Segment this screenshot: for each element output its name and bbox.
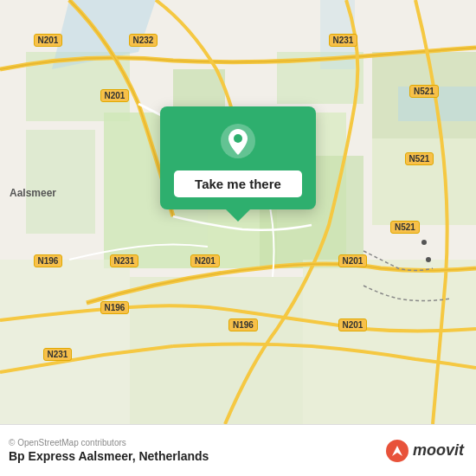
svg-rect-7 [372,138,476,225]
bottom-bar: © OpenStreetMap contributors Bp Express … [0,424,476,476]
popup-card: Take me there [160,106,316,209]
road-badge-n231-mid: N231 [110,254,139,267]
svg-rect-16 [303,260,476,424]
svg-rect-15 [130,277,303,424]
map-view: N201 N232 N231 N521 N521 N521 N201 N196 … [0,0,476,424]
road-badge-n231-bot: N231 [43,348,73,361]
road-badge-n521-1: N521 [409,85,439,98]
road-badge-n196-3: N196 [228,318,258,331]
location-pin-icon [219,122,257,160]
copyright-text: © OpenStreetMap contributors [9,438,209,447]
take-me-there-button[interactable]: Take me there [174,170,302,197]
location-name: Bp Express Aalsmeer, Netherlands [9,449,209,463]
road-badge-n201-5: N201 [338,318,368,331]
road-badge-n201-1: N201 [34,34,63,47]
location-info: © OpenStreetMap contributors Bp Express … [9,438,209,463]
road-badge-n521-2: N521 [405,152,434,165]
svg-point-18 [426,257,431,262]
svg-point-21 [234,134,242,143]
road-badge-n196-1: N196 [34,254,63,267]
moovit-logo: moovit [385,439,464,463]
moovit-icon [385,439,409,463]
road-badge-n201-2: N201 [100,89,130,102]
road-badge-n231-top: N231 [329,34,358,47]
road-badge-n196-2: N196 [100,301,130,314]
svg-point-17 [421,240,427,245]
svg-rect-14 [0,260,130,424]
road-badge-n232: N232 [129,34,158,47]
place-label-aalsmeer: Aalsmeer [10,187,56,199]
road-badge-n201-3: N201 [190,254,220,267]
svg-rect-3 [26,130,95,234]
road-badge-n201-4: N201 [338,254,368,267]
moovit-text: moovit [413,441,464,460]
road-badge-n521-3: N521 [390,221,420,234]
